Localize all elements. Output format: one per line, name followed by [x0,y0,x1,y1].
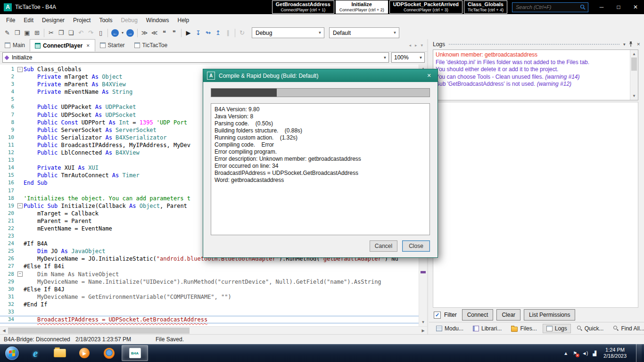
paste-icon[interactable]: ❏ [66,28,76,38]
menu-item-help[interactable]: Help [173,15,194,25]
maximize-button[interactable]: □ [610,0,627,14]
logs-output-area[interactable] [433,102,638,308]
code-line[interactable]: 34 BroadcastIPAddress = UDPSocket.GetBro… [0,316,419,323]
code-line[interactable]: 27#Else If B4i [0,263,419,270]
scroll-down-icon[interactable]: ▼ [630,92,638,100]
fold-marker[interactable]: − [17,271,24,278]
menu-item-edit[interactable]: Edit [19,15,38,25]
uncomment-icon[interactable]: ❞ [169,28,179,38]
indent-icon[interactable]: ≫ [140,28,149,38]
cut-icon[interactable]: ✂ [46,28,56,38]
close-dialog-button[interactable]: Close [402,240,430,252]
network-icon[interactable]: ▟ [593,351,596,356]
show-desktop-button[interactable] [636,344,642,362]
tab-list-icon[interactable]: ▾ [421,43,423,48]
panel-tab-modules[interactable]: Modu... [432,324,467,333]
tab-connectplayer[interactable]: ConnectPlayer✕ [30,39,95,51]
panel-tab-find-all[interactable]: Find All... [609,324,644,333]
scroll-right-icon[interactable]: ▶ [419,329,427,333]
hidden-icons-chevron[interactable]: ▲ [563,351,568,356]
run-icon[interactable]: ▶ [183,28,193,38]
restart-icon[interactable]: ↻ [237,28,247,38]
b4a-taskbar-button[interactable]: B4A [122,345,148,361]
search-input[interactable] [515,4,580,10]
copy-icon[interactable]: ❐ [56,28,66,38]
comment-icon[interactable]: ❝ [159,28,169,38]
panel-tab-quick[interactable]: Quick... [573,324,608,333]
pin-icon[interactable] [628,41,633,47]
panel-tab-logs[interactable]: Logs [543,324,571,333]
close-panel-icon[interactable]: ✕ [636,42,640,47]
pause-icon[interactable]: ∥ [223,28,233,38]
panel-drag-handle[interactable] [448,43,620,46]
step-out-icon[interactable]: ↥ [213,28,223,38]
fold-marker[interactable]: − [17,202,24,210]
back-history-icon[interactable]: ▾ [120,28,125,38]
scrollbar-thumb[interactable] [8,328,190,334]
file-explorer-icon[interactable] [48,344,72,362]
volume-icon[interactable]: ◄) [582,351,588,356]
menu-item-file[interactable]: File [2,15,19,25]
start-button[interactable] [5,346,19,360]
code-line[interactable]: 31 MyDeviceName = GetEnvironmentVariable… [0,293,419,301]
code-line[interactable]: 30#Else If B4J [0,286,419,293]
zoom-dropdown[interactable]: 100% ▼ [391,52,425,63]
scroll-up-icon[interactable]: ▲ [630,50,638,58]
action-center-flag-icon[interactable]: ⚑✕ [573,351,577,356]
open-icon[interactable]: ❒ [12,28,22,38]
bookmark-icon[interactable]: ▯ [96,28,106,38]
dialog-title-bar[interactable]: A Compile & Rapid Debug (Build: Default)… [203,69,438,82]
member-selector-dropdown[interactable]: Initialize ▼ [2,52,389,63]
quick-nav-item[interactable]: Class_GlobalsTicTacToe (ctrl + 4) [464,0,507,14]
navigate-forward-icon[interactable]: → [126,29,134,37]
cancel-button[interactable]: Cancel [370,240,397,252]
panel-menu-icon[interactable]: ▾ [623,42,626,47]
list-permissions-button[interactable]: List Permissions [524,309,575,321]
taskbar-clock[interactable]: 1:24 PM 2/18/2023 [603,347,627,359]
quick-nav-item[interactable]: GetBroadcastAddressConnectPlayer (ctrl +… [272,0,334,14]
scroll-tabs-right-icon[interactable]: ▸ [415,43,417,48]
menu-item-windows[interactable]: Windows [142,15,173,25]
menu-item-tools[interactable]: Tools [95,15,116,25]
new-icon[interactable]: ✎ [2,28,12,38]
media-player-icon[interactable]: ▶ [72,344,97,362]
tab-starter[interactable]: Starter [95,39,130,51]
connect-button[interactable]: Connect [462,309,494,321]
navigate-back-icon[interactable]: ← [111,29,119,37]
save-icon[interactable]: ▣ [22,28,32,38]
close-button[interactable]: ✕ [627,0,644,14]
build-config-dropdown[interactable]: Debug ▼ [252,27,324,38]
editor-horizontal-scrollbar[interactable]: ◀ ▶ [0,326,427,335]
panel-tab-files[interactable]: Files... [507,324,540,333]
close-tab-icon[interactable]: ✕ [86,43,90,48]
panel-tab-libraries[interactable]: Librari... [469,324,505,333]
code-line[interactable]: 28− Dim Name As NativeObject [0,271,419,278]
tab-tictactoe[interactable]: TicTacToe [130,39,173,51]
code-line[interactable]: 32#End If [0,301,419,308]
quick-nav-item[interactable]: UDPSocket_PacketArrivedConnectPlayer (ct… [389,0,462,14]
menu-item-debug[interactable]: Debug [116,15,141,25]
outdent-icon[interactable]: ≪ [149,28,159,38]
fold-marker[interactable]: − [17,66,24,73]
code-line[interactable]: 29 MyDeviceName = Name.Initialize("UIDev… [0,278,419,286]
quick-nav-item[interactable]: InitializeConnectPlayer (ctrl + 2) [336,0,388,14]
minimize-button[interactable]: ─ [593,0,610,14]
undo-icon[interactable]: ↶ [76,28,86,38]
dialog-close-icon[interactable]: ✕ [424,73,434,79]
firefox-icon[interactable] [97,344,121,362]
scroll-down-icon[interactable]: ▼ [419,318,427,326]
scrollbar-thumb[interactable] [631,58,637,71]
compiler-messages-box[interactable]: Unknown member: getbroadcastaddressFile … [433,49,638,100]
scroll-tabs-left-icon[interactable]: ◂ [409,43,411,48]
menu-item-designer[interactable]: Designer [38,15,69,25]
redo-icon[interactable]: ↷ [86,28,96,38]
deploy-config-dropdown[interactable]: Default ▼ [329,27,399,38]
step-into-icon[interactable]: ↧ [193,28,203,38]
filter-checkbox[interactable]: ✓ [434,312,441,319]
tab-main[interactable]: Main [0,39,30,51]
scroll-left-icon[interactable]: ◀ [0,329,8,333]
messages-scrollbar[interactable]: ▲ ▼ [630,50,638,100]
menu-item-project[interactable]: Project [69,15,95,25]
internet-explorer-icon[interactable]: e [23,344,48,362]
step-over-icon[interactable]: ↬ [203,28,213,38]
